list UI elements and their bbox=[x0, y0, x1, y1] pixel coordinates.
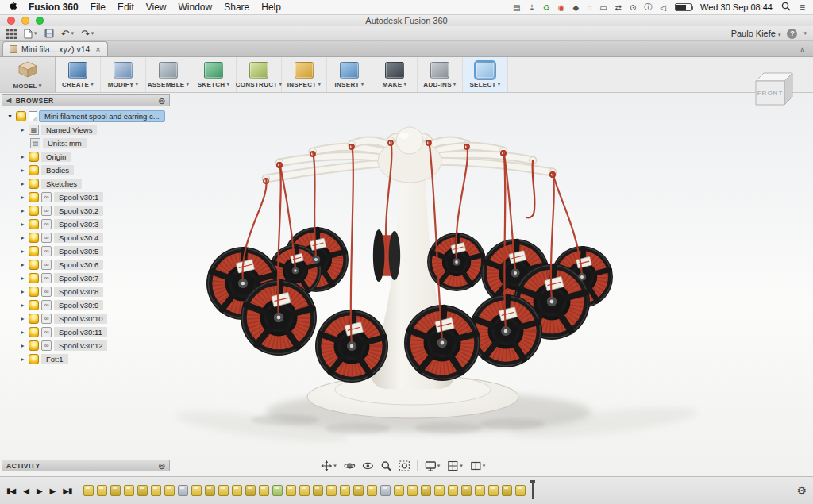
timeline-feature-sketch[interactable] bbox=[299, 485, 310, 496]
menu-help[interactable]: Help bbox=[261, 2, 281, 13]
timeline-feature-sketch[interactable] bbox=[515, 485, 526, 496]
ribbon-group-add-ins[interactable]: ADD-INS▾ bbox=[418, 57, 463, 92]
timeline-feature-sketch[interactable] bbox=[367, 485, 377, 496]
tree-item-origin[interactable]: ▸Origin bbox=[2, 150, 170, 164]
timeline-feature-sketch[interactable] bbox=[83, 485, 94, 496]
spotlight-search-icon[interactable] bbox=[781, 2, 791, 13]
timeline-settings-gear-icon[interactable]: ⚙ bbox=[796, 484, 807, 497]
screen-mirroring-icon[interactable]: ▤ bbox=[513, 3, 520, 12]
timeline-feature-feature[interactable] bbox=[313, 485, 323, 496]
volume-icon[interactable]: ◁ bbox=[660, 3, 666, 12]
tree-item-spool-v30-4[interactable]: ▸∞Spool v30:4 bbox=[2, 231, 170, 244]
visibility-bulb-icon[interactable] bbox=[29, 165, 39, 175]
notification-center-icon[interactable]: ≡ bbox=[800, 2, 805, 13]
visibility-bulb-icon[interactable] bbox=[29, 287, 39, 297]
tree-item-spool-v30-5[interactable]: ▸∞Spool v30:5 bbox=[2, 244, 170, 258]
tree-item-sketches[interactable]: ▸Sketches bbox=[2, 177, 170, 190]
tree-item-units-mm[interactable]: ▤Units: mm bbox=[2, 137, 170, 150]
visibility-bulb-icon[interactable] bbox=[29, 300, 39, 310]
timeline-feature-sketch[interactable] bbox=[340, 485, 350, 496]
play-button[interactable]: ▶ bbox=[37, 487, 42, 495]
bluetooth-icon[interactable]: ◆ bbox=[572, 3, 579, 12]
visibility-bulb-icon[interactable] bbox=[29, 354, 39, 364]
sync-icon[interactable]: ♻ bbox=[543, 3, 550, 12]
make-icon[interactable] bbox=[385, 62, 404, 79]
timeline-feature-sketch[interactable] bbox=[286, 485, 296, 496]
tree-item-named-views[interactable]: ▸▦Named Views bbox=[2, 123, 170, 137]
inspect-icon[interactable] bbox=[295, 62, 314, 79]
activity-panel-header[interactable]: ACTIVITY ◎ bbox=[2, 460, 170, 471]
ribbon-group-select[interactable]: SELECT▾ bbox=[463, 57, 508, 92]
timeline-feature-sketch[interactable] bbox=[124, 485, 134, 496]
zoom-icon[interactable] bbox=[380, 460, 391, 471]
visibility-bulb-icon[interactable] bbox=[29, 273, 39, 283]
step-forward-button[interactable]: ▶ bbox=[50, 487, 56, 495]
visibility-bulb-icon[interactable] bbox=[29, 152, 39, 162]
app-menu-title[interactable]: Fusion 360 bbox=[29, 2, 79, 13]
construct-icon[interactable] bbox=[249, 62, 268, 79]
modify-icon[interactable] bbox=[114, 62, 133, 79]
timeline-feature-sketch[interactable] bbox=[151, 485, 161, 496]
expand-arrow-icon[interactable]: ▸ bbox=[19, 261, 26, 268]
tree-item-spool-v30-3[interactable]: ▸∞Spool v30:3 bbox=[2, 217, 170, 231]
pan-icon[interactable]: ▾ bbox=[321, 460, 337, 471]
expand-arrow-icon[interactable]: ▸ bbox=[19, 288, 26, 295]
visibility-bulb-icon[interactable] bbox=[29, 340, 39, 351]
visibility-bulb-icon[interactable] bbox=[29, 206, 39, 216]
visibility-bulb-icon[interactable] bbox=[29, 219, 39, 229]
timeline-position-marker[interactable] bbox=[532, 482, 534, 499]
browser-panel-header[interactable]: ◀ BROWSER ◎ bbox=[2, 94, 170, 106]
info-icon[interactable]: ⓘ bbox=[644, 2, 652, 13]
expand-arrow-icon[interactable]: ▸ bbox=[19, 221, 26, 228]
timeline-feature-sketch[interactable] bbox=[259, 485, 269, 496]
timeline-feature-sketch[interactable] bbox=[326, 485, 337, 496]
download-icon[interactable]: ⇣ bbox=[528, 3, 534, 12]
tree-item-spool-v30-7[interactable]: ▸∞Spool v30:7 bbox=[2, 271, 170, 285]
orbit-icon[interactable] bbox=[344, 460, 355, 471]
grid-display-icon[interactable]: ▾ bbox=[447, 460, 463, 471]
file-menu-icon[interactable]: ▾ bbox=[24, 29, 37, 39]
timeline-feature-feature[interactable] bbox=[205, 485, 215, 496]
expand-arrow-icon[interactable]: ▸ bbox=[19, 342, 26, 349]
assemble-icon[interactable] bbox=[159, 62, 178, 79]
visibility-bulb-icon[interactable] bbox=[29, 233, 39, 243]
status-dot-icon[interactable]: ◉ bbox=[558, 3, 565, 12]
ribbon-group-assemble[interactable]: ASSEMBLE▾ bbox=[146, 57, 191, 92]
timeline-feature-sketch[interactable] bbox=[475, 485, 485, 496]
timeline-feature-sketch[interactable] bbox=[232, 485, 242, 496]
help-button[interactable]: ? bbox=[787, 29, 797, 39]
viewports-icon[interactable]: ▾ bbox=[470, 460, 486, 471]
timeline-feature-feature[interactable] bbox=[245, 485, 256, 496]
tree-item-spool-v30-6[interactable]: ▸∞Spool v30:6 bbox=[2, 258, 170, 271]
expand-arrow-icon[interactable]: ▸ bbox=[19, 207, 26, 214]
tree-item-spool-v30-1[interactable]: ▸∞Spool v30:1 bbox=[2, 190, 170, 204]
timeline-feature-sketch[interactable] bbox=[434, 485, 445, 496]
expand-arrow-icon[interactable]: ▸ bbox=[19, 356, 26, 363]
timeline-feature-sketch[interactable] bbox=[97, 485, 107, 496]
timeline-feature-feature[interactable] bbox=[137, 485, 148, 496]
tree-item-mini-filament-spool-and-earring-c[interactable]: ▾Mini filament spool and earring c... bbox=[2, 110, 170, 123]
tree-item-spool-v30-12[interactable]: ▸∞Spool v30:12 bbox=[2, 339, 170, 352]
expand-arrow-icon[interactable]: ▸ bbox=[19, 248, 26, 255]
timeline-feature-sketch[interactable] bbox=[488, 485, 499, 496]
expand-arrow-icon[interactable]: ▸ bbox=[19, 153, 26, 160]
swap-icon[interactable]: ⇄ bbox=[615, 3, 622, 12]
expand-arrow-icon[interactable]: ▸ bbox=[19, 167, 26, 174]
visibility-bulb-icon[interactable] bbox=[29, 327, 39, 337]
addins-icon[interactable] bbox=[430, 62, 449, 79]
create-icon[interactable] bbox=[68, 62, 87, 79]
panel-options-icon[interactable]: ◎ bbox=[159, 97, 165, 105]
tree-item-spool-v30-9[interactable]: ▸∞Spool v30:9 bbox=[2, 298, 170, 312]
timeline-feature-sketch[interactable] bbox=[407, 485, 418, 496]
visibility-bulb-icon[interactable] bbox=[29, 246, 39, 256]
ribbon-group-insert[interactable]: INSERT▾ bbox=[327, 57, 372, 92]
tree-item-spool-v30-8[interactable]: ▸∞Spool v30:8 bbox=[2, 285, 170, 298]
notification-icon[interactable]: ◌ bbox=[587, 3, 591, 12]
timeline-feature-body[interactable] bbox=[380, 485, 391, 496]
redo-icon[interactable]: ↷▾ bbox=[81, 28, 94, 40]
menubar-clock[interactable]: Wed 30 Sep 08:44 bbox=[700, 2, 773, 12]
menu-view[interactable]: View bbox=[146, 2, 167, 13]
expand-arrow-icon[interactable]: ▸ bbox=[19, 302, 26, 309]
tab-close-icon[interactable]: × bbox=[95, 44, 100, 54]
menu-share[interactable]: Share bbox=[224, 2, 249, 13]
